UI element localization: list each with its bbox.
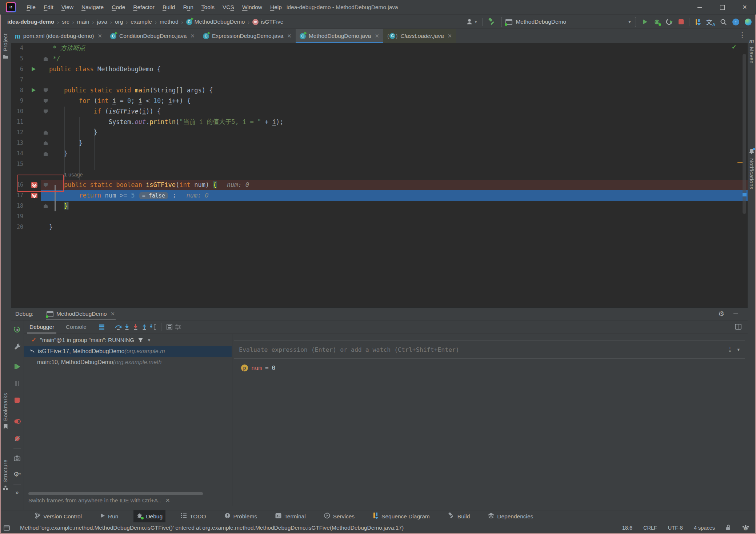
status-widget-2[interactable]: UTF-8 <box>668 525 683 531</box>
menu-item-refactor[interactable]: Refactor <box>129 0 159 15</box>
fold-end-icon[interactable] <box>44 204 48 208</box>
toolwindow-button-version-control[interactable]: Version Control <box>32 510 85 523</box>
settings-gear-icon[interactable]: ⚙ <box>718 310 724 318</box>
code-line-5[interactable]: 5 */ <box>11 53 748 64</box>
show-execution-point-icon[interactable] <box>97 323 106 331</box>
menu-item-build[interactable]: Build <box>159 0 179 15</box>
add-watch-icon[interactable]: +∞ <box>729 346 732 353</box>
toolwindow-button-build[interactable]: Build <box>445 510 473 523</box>
editor-tab-3[interactable]: CMethodDebugDemo.java✕ <box>296 29 383 43</box>
breadcrumb-item[interactable]: org <box>115 19 123 25</box>
close-icon[interactable]: ✕ <box>375 33 379 39</box>
camera-icon[interactable] <box>13 454 21 463</box>
code-line-15[interactable]: 15 <box>11 159 748 170</box>
line-number[interactable]: 4 <box>11 43 23 53</box>
fold-end-icon[interactable] <box>44 152 48 156</box>
menu-item-tools[interactable]: Tools <box>197 0 219 15</box>
line-number[interactable]: 11 <box>11 117 23 127</box>
maximize-button[interactable] <box>711 0 733 15</box>
menu-item-code[interactable]: Code <box>108 0 129 15</box>
stop-button[interactable] <box>679 19 684 24</box>
filter-funnel-icon[interactable] <box>138 338 143 343</box>
step-out-icon[interactable] <box>140 323 149 331</box>
run-configuration-select[interactable]: MethodDebugDemo ▼ <box>501 17 636 27</box>
sidebar-item-bookmarks[interactable]: Bookmarks <box>0 393 11 429</box>
menu-item-window[interactable]: Window <box>238 0 266 15</box>
code-line-19[interactable]: 19 <box>11 211 748 222</box>
breadcrumb-item[interactable]: CMethodDebugDemo <box>186 19 245 25</box>
code-line-14[interactable]: 14 } <box>11 148 748 159</box>
code-line-9[interactable]: 9 for (int i = 0; i < 10; i++) { <box>11 96 748 106</box>
tab-console[interactable]: Console <box>60 320 92 334</box>
close-icon[interactable]: ✕ <box>97 33 102 39</box>
sidebar-item-maven[interactable]: m Maven <box>748 38 755 64</box>
toolwindow-button-sequence-diagram[interactable]: Sequence Diagram <box>370 510 433 523</box>
resume-icon[interactable] <box>13 362 21 371</box>
menu-item-vcs[interactable]: VCS <box>219 0 238 15</box>
usage-inlay[interactable]: 1 usage <box>64 170 83 180</box>
run-line-icon[interactable] <box>32 67 36 71</box>
code-line-4[interactable]: 4 * 方法断点 <box>11 43 748 53</box>
inspections-ok-icon[interactable]: ✓ <box>732 44 736 51</box>
rerun-icon[interactable] <box>13 325 21 334</box>
evaluate-expression-icon[interactable] <box>165 323 174 331</box>
wrench-icon[interactable] <box>13 342 21 351</box>
editor-scrollbar[interactable] <box>743 54 746 214</box>
line-number[interactable]: 19 <box>11 211 23 222</box>
sequence-diagram-icon[interactable] <box>695 19 701 25</box>
fold-start-icon[interactable] <box>44 88 48 92</box>
line-number[interactable]: 12 <box>11 127 23 138</box>
toolwindow-button-problems[interactable]: Problems <box>221 510 260 523</box>
fold-end-icon[interactable] <box>44 57 48 61</box>
breadcrumb-item[interactable]: method <box>160 19 179 25</box>
minimize-button[interactable] <box>688 0 711 15</box>
thread-selector[interactable]: ✓ "main"@1 in group "main": RUNNING ▼ <box>24 334 232 346</box>
line-number[interactable]: 7 <box>11 75 23 85</box>
close-icon[interactable]: ✕ <box>448 33 452 39</box>
debug-button[interactable] <box>653 19 660 25</box>
close-button[interactable]: ✕ <box>733 0 756 15</box>
plugin-sphere-icon[interactable] <box>745 19 752 25</box>
fold-end-icon[interactable] <box>44 131 48 135</box>
fold-start-icon[interactable] <box>44 109 48 113</box>
code-line-12[interactable]: 12 } <box>11 127 748 138</box>
line-number[interactable]: 14 <box>11 148 23 159</box>
menu-item-view[interactable]: View <box>57 0 77 15</box>
breadcrumb-item[interactable]: src <box>62 19 69 25</box>
code-line-8[interactable]: 8 public static void main(String[] args)… <box>11 85 748 96</box>
hide-panel-icon[interactable] <box>733 314 738 314</box>
menu-item-file[interactable]: File <box>23 0 40 15</box>
stack-frame-1[interactable]: main:10, MethodDebugDemo (org.example.me… <box>24 357 232 368</box>
debug-session-tab[interactable]: MethodDebugDemo ✕ <box>44 308 117 320</box>
status-widget-1[interactable]: CRLF <box>643 525 657 531</box>
force-step-into-icon[interactable] <box>131 323 140 331</box>
step-over-icon[interactable] <box>114 323 123 331</box>
tab-debugger[interactable]: Debugger <box>24 320 60 334</box>
breadcrumb-item[interactable]: misGTFive <box>252 19 283 25</box>
sidebar-item-notifications[interactable]: Notifications <box>748 148 755 189</box>
sidebar-item-structure[interactable]: Structure <box>0 459 11 490</box>
translate-icon[interactable]: 文A <box>706 18 715 25</box>
code-line-7[interactable]: 7 <box>11 75 748 85</box>
code-editor[interactable]: 4 * 方法断点5 */6public class MethodDebugDem… <box>11 43 748 307</box>
toolwindow-button-run[interactable]: Run <box>97 510 121 523</box>
code-line-13[interactable]: 13 } <box>11 138 748 148</box>
close-icon[interactable]: ✕ <box>287 33 292 39</box>
code-line-11[interactable]: 11 System.out.println("当前 i 的值大于5, i = "… <box>11 117 748 127</box>
code-line-6[interactable]: 6public class MethodDebugDemo { <box>11 64 748 75</box>
line-number[interactable]: 20 <box>11 222 23 232</box>
line-number[interactable]: 15 <box>11 159 23 170</box>
toolwindow-button-dependencies[interactable]: Dependencies <box>485 510 536 523</box>
line-number[interactable]: 17 <box>11 190 23 201</box>
layout-settings-icon[interactable] <box>734 322 743 331</box>
run-to-cursor-icon[interactable] <box>149 323 157 331</box>
variable-row[interactable]: p num = 0 <box>241 364 275 371</box>
line-number[interactable]: 10 <box>11 106 23 117</box>
status-widget-0[interactable]: 18:6 <box>622 525 632 531</box>
close-icon[interactable]: ✕ <box>111 311 115 317</box>
toolwindow-button-terminal[interactable]: Terminal <box>272 510 309 523</box>
toolwindow-button-debug[interactable]: Debug <box>133 510 165 523</box>
step-into-icon[interactable] <box>123 323 131 331</box>
search-everywhere-icon[interactable] <box>720 19 727 25</box>
frames-scrollbar[interactable] <box>28 492 203 495</box>
